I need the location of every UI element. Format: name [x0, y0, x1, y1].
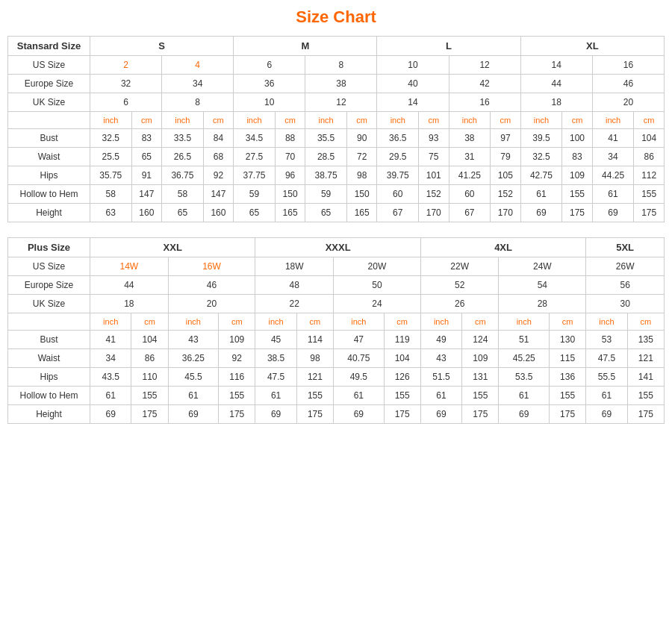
cell: 42.75 — [520, 166, 562, 185]
cell: 61 — [520, 185, 562, 204]
cell: 104 — [634, 129, 665, 148]
cell: 65 — [305, 204, 347, 222]
std-inch3: inch — [234, 112, 276, 129]
standard-s-header: S — [90, 37, 234, 56]
cell: 32.5 — [520, 148, 562, 166]
plus-row-label-height: Height — [8, 405, 90, 424]
cell: 155 — [219, 387, 255, 405]
cell: 29.5 — [377, 148, 419, 166]
cell: 49 — [420, 331, 461, 349]
standard-l-header: L — [377, 37, 520, 56]
plus-uk-28: 28 — [499, 295, 586, 313]
plus-cm2: cm — [219, 313, 255, 331]
row-label-hollow-to-hem: Hollow to Hem — [8, 185, 90, 204]
uk-size-label: UK Size — [8, 93, 90, 112]
cell: 69 — [255, 405, 296, 424]
cell: 175 — [131, 405, 168, 424]
plus-cm7: cm — [627, 313, 664, 331]
std-cm6: cm — [491, 112, 521, 129]
std-inch6: inch — [449, 112, 491, 129]
cell: 31 — [449, 148, 491, 166]
cell: 124 — [462, 331, 499, 349]
cell: 41.25 — [449, 166, 491, 185]
cell: 38.75 — [305, 166, 347, 185]
cell: 58 — [90, 185, 132, 204]
cell: 61 — [592, 185, 634, 204]
plus-inch2: inch — [168, 313, 219, 331]
plus-cm3: cm — [296, 313, 333, 331]
plus-uk-18: 18 — [90, 295, 169, 313]
cell: 88 — [275, 129, 305, 148]
cell: 175 — [549, 405, 585, 424]
std-cm7: cm — [562, 112, 593, 129]
cell: 116 — [219, 368, 255, 387]
cell: 59 — [305, 185, 347, 204]
cell: 27.5 — [234, 148, 276, 166]
plus-size-section: Plus Size XXL XXXL 4XL 5XL US Size 14W 1… — [7, 237, 665, 424]
us-4: 4 — [162, 56, 234, 75]
cell: 155 — [131, 387, 168, 405]
plus-unit-empty — [8, 313, 90, 331]
eu-46: 46 — [592, 75, 664, 93]
standard-size-table: Stansard Size S M L XL US Size 2 4 6 8 1… — [7, 36, 665, 222]
cell: 65 — [162, 204, 204, 222]
cell: 25.5 — [90, 148, 132, 166]
uk-20: 20 — [592, 93, 664, 112]
page-title: Size Chart — [7, 7, 665, 27]
cell: 92 — [219, 349, 255, 368]
eu-42: 42 — [449, 75, 520, 93]
cell: 155 — [562, 185, 593, 204]
plus-eu-52: 52 — [420, 276, 499, 295]
plus-xxl-header: XXL — [90, 238, 255, 257]
cell: 155 — [296, 387, 333, 405]
cell: 47 — [334, 331, 385, 349]
plus-row-label-hips: Hips — [8, 368, 90, 387]
cell: 61 — [499, 387, 550, 405]
cell: 34.5 — [234, 129, 276, 148]
cell: 175 — [296, 405, 333, 424]
cell: 115 — [549, 349, 585, 368]
plus-uk-22: 22 — [255, 295, 334, 313]
row-label-bust: Bust — [8, 129, 90, 148]
plus-cm4: cm — [384, 313, 420, 331]
cell: 44.25 — [592, 166, 634, 185]
cell: 155 — [462, 387, 499, 405]
plus-eu-54: 54 — [499, 276, 586, 295]
cell: 160 — [131, 204, 162, 222]
cell: 61 — [334, 387, 385, 405]
cell: 38 — [449, 129, 491, 148]
std-inch2: inch — [162, 112, 204, 129]
cell: 126 — [384, 368, 420, 387]
cell: 69 — [520, 204, 562, 222]
plus-us-14w: 14W — [90, 257, 169, 276]
std-cm4: cm — [346, 112, 377, 129]
uk-8: 8 — [162, 93, 234, 112]
uk-14: 14 — [377, 93, 449, 112]
std-cm1: cm — [131, 112, 162, 129]
std-inch4: inch — [305, 112, 347, 129]
cell: 101 — [419, 166, 449, 185]
cell: 68 — [203, 148, 234, 166]
cell: 40.75 — [334, 349, 385, 368]
std-inch5: inch — [377, 112, 419, 129]
cell: 67 — [449, 204, 491, 222]
plus-us-18w: 18W — [255, 257, 334, 276]
cell: 121 — [627, 349, 664, 368]
cell: 69 — [90, 405, 131, 424]
cell: 114 — [296, 331, 333, 349]
cell: 92 — [203, 166, 234, 185]
cell: 98 — [346, 166, 377, 185]
cell: 60 — [449, 185, 491, 204]
us-10: 10 — [377, 56, 449, 75]
plus-us-26w: 26W — [586, 257, 665, 276]
cell: 33.5 — [162, 129, 204, 148]
cell: 97 — [491, 129, 521, 148]
cell: 165 — [346, 204, 377, 222]
cell: 170 — [491, 204, 521, 222]
cell: 55.5 — [586, 368, 627, 387]
us-size-label: US Size — [8, 56, 90, 75]
plus-size-table: Plus Size XXL XXXL 4XL 5XL US Size 14W 1… — [7, 237, 665, 424]
cell: 70 — [275, 148, 305, 166]
cell: 63 — [90, 204, 132, 222]
plus-us-16w: 16W — [168, 257, 255, 276]
